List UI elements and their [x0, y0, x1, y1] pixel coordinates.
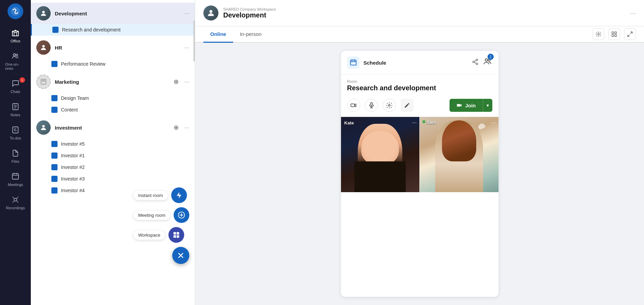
popup-label-workspace: Workspace — [134, 230, 165, 240]
join-button[interactable]: Join — [450, 99, 483, 112]
workspace-avatar-hr — [36, 40, 51, 55]
workspace-header-marketing[interactable]: Marketing ⊕ ··· — [31, 71, 195, 92]
expand-action-btn[interactable] — [624, 28, 636, 40]
content-title: Development — [223, 11, 630, 19]
layout-action-btn[interactable] — [608, 28, 620, 40]
workspace-plus-marketing[interactable]: ⊕ — [174, 78, 179, 85]
thin-sidebar: Office One-on-ones 1 Chats Notes To-dos … — [0, 0, 31, 305]
workspace-avatar-investment — [36, 120, 51, 135]
room-item-performance[interactable]: Performance Review — [31, 58, 195, 70]
room-item-investor1[interactable]: Investor #1 — [31, 150, 195, 161]
tab-online[interactable]: Online — [203, 26, 233, 43]
room-color-investor3 — [51, 176, 58, 182]
main-content: SHARED Company Workspace Development ···… — [195, 0, 644, 305]
workspace-more-investment[interactable]: ··· — [184, 124, 189, 131]
room-item-investor2[interactable]: Investor #2 — [31, 161, 195, 173]
middle-panel: Development ··· Research and development… — [31, 0, 195, 305]
settings-action-btn[interactable] — [593, 28, 604, 40]
room-item-content[interactable]: Content — [31, 104, 195, 116]
room-item-investor3[interactable]: Investor #3 — [31, 173, 195, 185]
room-title-text: Research and development — [347, 84, 492, 92]
svg-rect-32 — [612, 32, 614, 34]
sidebar-item-files[interactable]: Files — [2, 145, 28, 167]
popup-item-workspace[interactable]: Workspace — [134, 227, 189, 243]
pencil-button[interactable] — [401, 99, 414, 112]
popup-btn-instant-room[interactable] — [171, 187, 187, 203]
svg-rect-35 — [615, 35, 617, 37]
sidebar-item-todos[interactable]: To-dos — [2, 122, 28, 144]
app-logo[interactable] — [8, 3, 23, 19]
content-avatar — [203, 5, 218, 21]
svg-rect-19 — [44, 80, 45, 81]
popup-item-instant-room[interactable]: Instant room — [134, 187, 189, 203]
content-more-button[interactable]: ··· — [630, 9, 636, 17]
room-name-investor4: Investor #4 — [61, 188, 85, 193]
workspace-plus-investment[interactable]: ⊕ — [174, 124, 179, 131]
workspace-avatar-development — [36, 6, 51, 21]
room-name-content: Content — [61, 107, 78, 112]
chat-icon — [11, 79, 20, 88]
video-camera-button[interactable] — [347, 99, 360, 112]
video-feed-kate: Kate ··· — [341, 117, 420, 192]
workspace-header-investment[interactable]: Investment ⊕ ··· — [31, 117, 195, 138]
room-item-research-dev[interactable]: Research and development — [31, 24, 195, 36]
microphone-button[interactable] — [365, 99, 378, 112]
svg-point-20 — [42, 125, 45, 128]
sidebar-item-chats[interactable]: 1 Chats — [2, 75, 28, 97]
workspace-group-hr: HR ··· Performance Review — [31, 37, 195, 70]
video-card: Schedule 2 Room Research and development — [341, 51, 498, 297]
join-button-wrap: Join ▾ — [450, 99, 492, 112]
svg-point-31 — [598, 34, 599, 35]
room-item-investor5[interactable]: Investor #5 — [31, 138, 195, 150]
svg-rect-27 — [177, 235, 179, 238]
workspace-more-marketing[interactable]: ··· — [184, 78, 189, 85]
popup-btn-workspace[interactable] — [168, 227, 184, 243]
sidebar-item-office[interactable]: Office — [2, 25, 28, 47]
svg-rect-47 — [351, 104, 354, 107]
sidebar-label-notes: Notes — [11, 113, 21, 117]
video-feed-sam: Sam ··· — [419, 117, 498, 192]
room-color-investor2 — [51, 164, 58, 170]
todo-icon — [11, 125, 20, 135]
video-settings-button[interactable] — [383, 99, 396, 112]
tab-actions — [593, 28, 636, 40]
sidebar-label-files: Files — [11, 159, 19, 163]
join-dropdown-button[interactable]: ▾ — [483, 99, 492, 112]
feed-more-kate[interactable]: ··· — [412, 120, 417, 126]
workspace-name-marketing: Marketing — [55, 79, 169, 85]
room-color-investor1 — [51, 152, 58, 159]
room-name-design-team: Design Team — [61, 95, 89, 101]
popup-btn-meeting-room[interactable] — [174, 207, 189, 223]
popup-label-instant-room: Instant room — [134, 191, 168, 200]
svg-rect-25 — [177, 232, 179, 235]
video-feeds: Kate ··· Sam ··· — [341, 117, 498, 192]
sidebar-label-one-on-ones: One-on-ones — [5, 62, 26, 70]
feed-more-sam[interactable]: ··· — [491, 120, 495, 126]
room-color-content — [51, 107, 58, 113]
sidebar-item-notes[interactable]: Notes — [2, 98, 28, 120]
popup-item-meeting-room[interactable]: Meeting room — [134, 207, 189, 223]
sidebar-item-one-on-ones[interactable]: One-on-ones — [2, 48, 28, 74]
tab-bar: Online In-person — [195, 26, 644, 43]
room-item-design-team[interactable]: Design Team — [31, 92, 195, 104]
svg-point-14 — [14, 198, 17, 201]
room-color-design-team — [51, 95, 58, 101]
workspace-more-development[interactable]: ··· — [184, 10, 189, 17]
workspace-more-hr[interactable]: ··· — [184, 44, 189, 51]
workspace-avatar-marketing — [36, 75, 51, 89]
workspace-header-development[interactable]: Development ··· — [31, 3, 195, 24]
svg-point-3 — [16, 54, 18, 56]
workspace-header-hr[interactable]: HR ··· — [31, 37, 195, 58]
sidebar-item-recordings[interactable]: Recordings — [2, 191, 28, 213]
sidebar-item-meetings[interactable]: Meetings — [2, 168, 28, 190]
svg-point-45 — [485, 59, 488, 61]
share-button[interactable] — [472, 58, 479, 67]
svg-rect-33 — [615, 32, 617, 34]
close-fab-button[interactable] — [172, 247, 189, 264]
tab-in-person[interactable]: In-person — [233, 26, 268, 43]
workspace-group-marketing: Marketing ⊕ ··· Design Team Content — [31, 71, 195, 116]
video-card-header: Schedule 2 — [341, 51, 498, 75]
svg-point-51 — [388, 105, 390, 106]
schedule-label: Schedule — [364, 60, 387, 66]
participants-count-badge: 2 — [488, 54, 494, 60]
